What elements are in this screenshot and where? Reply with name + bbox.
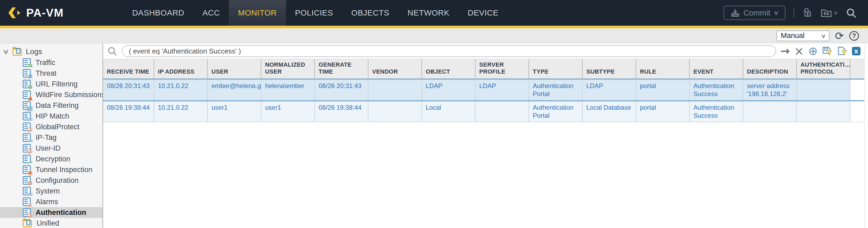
app-title: PA-VM <box>26 6 64 19</box>
tree-node-logs[interactable]: ∨ Logs <box>0 46 102 57</box>
table-cell[interactable]: 08/26 19:38:44 <box>103 101 154 122</box>
export-icon[interactable]: x <box>852 47 861 55</box>
sidebar-item-authentication[interactable]: ☺ Authentication <box>0 207 102 218</box>
column-header-ip-address[interactable]: IP ADDRESS <box>154 59 208 79</box>
scrollbar-gutter[interactable] <box>864 43 868 228</box>
column-header-rule[interactable]: RULE <box>636 59 689 79</box>
table-cell[interactable]: 08/26 20:31:43 <box>103 79 154 101</box>
table-cell[interactable]: LDAP <box>422 79 475 101</box>
column-header-generate-time[interactable]: GENERATE TIME <box>315 59 368 79</box>
sidebar-item-traffic[interactable]: ⇆ Traffic <box>0 57 102 68</box>
sidebar-item-system[interactable]: ▭ System <box>0 186 102 196</box>
refresh-icon[interactable]: ⟳ <box>835 31 844 41</box>
column-header-vendor[interactable]: VENDOR <box>368 59 422 79</box>
tab-acc[interactable]: ACC <box>193 0 229 26</box>
table-cell[interactable]: Local <box>422 101 475 122</box>
table-cell[interactable]: LDAP <box>475 79 529 101</box>
column-header-user[interactable]: USER <box>208 59 261 79</box>
content-area: ∨ Logs ⇆ Traffic ⊗ Threat ⊕ URL Filterin… <box>0 43 868 228</box>
table-cell[interactable]: Authentication Portal <box>529 101 582 122</box>
table-cell[interactable]: Local Database <box>582 101 636 122</box>
tab-dashboard[interactable]: DASHBOARD <box>123 0 193 26</box>
tab-device[interactable]: DEVICE <box>459 0 508 26</box>
refresh-mode-select[interactable]: Manual ∨ <box>776 31 830 41</box>
decryption-log-icon: » <box>23 155 31 163</box>
table-cell[interactable]: helena\ember <box>261 79 315 101</box>
table-cell[interactable]: portal <box>636 79 689 101</box>
traffic-log-icon: ⇆ <box>23 58 31 67</box>
table-cell[interactable] <box>797 79 850 101</box>
table-cell[interactable]: Authentication Success <box>689 101 743 122</box>
sidebar-item-tunnel-inspection[interactable]: ◉ Tunnel Inspection <box>0 164 102 175</box>
table-cell[interactable]: 10.21.0.22 <box>154 79 208 101</box>
column-header-type[interactable]: TYPE <box>529 59 582 79</box>
tab-policies[interactable]: POLICIES <box>286 0 342 26</box>
search-icon <box>107 46 118 57</box>
sidebar-item-globalprotect[interactable]: ☺ GlobalProtect <box>0 122 102 132</box>
hip-match-log-icon: ▭ <box>23 112 31 121</box>
nav-divider <box>794 8 794 18</box>
save-filter-icon[interactable] <box>822 46 833 56</box>
sidebar-item-decryption[interactable]: » Decryption <box>0 154 102 164</box>
table-cell[interactable]: LDAP <box>582 79 636 101</box>
unified-log-icon <box>23 220 32 227</box>
column-header-event[interactable]: EVENT <box>689 59 743 79</box>
column-header-description[interactable]: DESCRIPTION <box>743 59 797 79</box>
sidebar-item-threat[interactable]: ⊗ Threat <box>0 68 102 79</box>
column-header-object[interactable]: OBJECT <box>422 59 475 79</box>
tab-network[interactable]: NETWORK <box>398 0 459 26</box>
load-filter-icon[interactable] <box>837 46 848 56</box>
table-cell[interactable]: server address '198.18.128.2' <box>743 79 797 101</box>
table-cell[interactable]: Authentication Portal <box>529 79 582 101</box>
commit-button[interactable]: Commit ∨ <box>723 6 785 20</box>
column-header-normalized-user[interactable]: NORMALIZED USER <box>261 59 315 79</box>
table-cell[interactable]: user1 <box>261 101 315 122</box>
table-cell[interactable] <box>368 101 422 122</box>
table-cell[interactable]: portal <box>636 101 689 122</box>
table-cell[interactable]: 10.21.0.22 <box>154 101 208 122</box>
search-icon[interactable] <box>845 7 857 19</box>
apply-filter-icon[interactable]: → <box>780 45 790 57</box>
config-transfer-icon[interactable]: ∨ <box>820 7 837 18</box>
sidebar-item-alarms[interactable]: ⚠ Alarms <box>0 196 102 207</box>
wildfire-submissions-log-icon: ▲ <box>23 91 31 99</box>
table-row[interactable]: 08/26 20:31:4310.21.0.22ember@helena.ggh… <box>103 79 864 101</box>
table-cell[interactable]: Authentication Success <box>689 79 743 101</box>
tab-monitor[interactable]: MONITOR <box>229 0 286 26</box>
table-cell[interactable] <box>797 101 850 122</box>
table-cell[interactable]: ember@helena.gg <box>208 79 261 101</box>
log-filter-input[interactable] <box>122 45 776 57</box>
column-header-receive-time[interactable]: RECEIVE TIME <box>103 59 154 79</box>
column-header-subtype[interactable]: SUBTYPE <box>582 59 636 79</box>
sidebar-item-unified[interactable]: Unified <box>0 218 102 228</box>
column-header-authenticati-protocol[interactable]: AUTHENTICATI… PROTOCOL <box>797 59 850 79</box>
accent-bar <box>0 26 868 28</box>
chevron-down-icon[interactable]: ∨ <box>2 48 9 55</box>
table-cell-filler <box>850 79 864 101</box>
tunnel-inspection-log-icon: ◉ <box>23 165 31 174</box>
table-cell[interactable] <box>475 101 529 122</box>
sidebar-item-data-filtering[interactable]: ▤ Data Filtering <box>0 100 102 111</box>
sidebar-item-user-id[interactable]: ☺ User-ID <box>0 143 102 154</box>
column-header-server-profile[interactable]: SERVER PROFILE <box>475 59 529 79</box>
help-icon[interactable]: ? <box>849 31 859 41</box>
sidebar-item-hip-match[interactable]: ▭ HIP Match <box>0 111 102 122</box>
table-cell[interactable] <box>743 101 797 122</box>
clear-filter-icon[interactable]: × <box>794 45 804 57</box>
configuration-log-icon: ⚙ <box>23 176 31 185</box>
table-cell[interactable] <box>368 79 422 101</box>
table-cell[interactable]: user1 <box>208 101 261 122</box>
table-cell[interactable]: 08/26 19:38:44 <box>315 101 368 122</box>
sidebar-item-ip-tag[interactable]: ▭ IP-Tag <box>0 132 102 143</box>
table-row[interactable]: 08/26 19:38:4410.21.0.22user1user108/26 … <box>103 101 864 122</box>
top-nav: PA-VM DASHBOARDACCMONITORPOLICIESOBJECTS… <box>0 0 868 26</box>
globalprotect-log-icon: ☺ <box>23 123 31 131</box>
table-cell[interactable]: 08/26 20:31:43 <box>315 79 368 101</box>
tab-objects[interactable]: OBJECTS <box>342 0 398 26</box>
sidebar-item-url-filtering[interactable]: ⊕ URL Filtering <box>0 79 102 89</box>
unlock-icon[interactable] <box>802 7 813 18</box>
nav-right-controls: Commit ∨ <box>723 6 857 20</box>
add-filter-icon[interactable]: ⊕ <box>808 45 818 57</box>
sidebar-item-wildfire-submissions[interactable]: ▲ WildFire Submissions <box>0 89 102 100</box>
sidebar-item-configuration[interactable]: ⚙ Configuration <box>0 175 102 186</box>
